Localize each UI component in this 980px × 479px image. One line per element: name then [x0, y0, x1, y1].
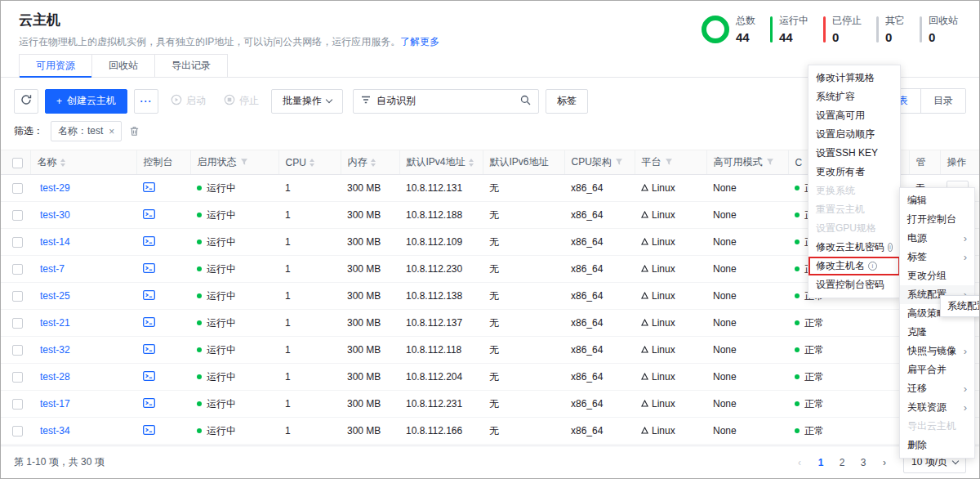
vm-name-link[interactable]: test-34 [40, 425, 70, 436]
filter-funnel-icon[interactable] [766, 157, 774, 168]
submenu-item[interactable]: 设置启动顺序 [808, 125, 900, 144]
row-menu-item[interactable]: 克隆 [900, 323, 974, 342]
console-icon[interactable] [143, 210, 155, 222]
row-menu-item[interactable]: 关联资源› [900, 398, 974, 417]
console-icon[interactable] [143, 183, 155, 195]
filter-funnel-icon[interactable] [615, 157, 623, 168]
col-arch[interactable]: CPU架构 [572, 155, 612, 169]
status-dot [197, 428, 202, 433]
console-icon[interactable] [143, 399, 155, 410]
row-menu-item[interactable]: 标签› [900, 248, 974, 266]
console-icon[interactable] [143, 372, 155, 383]
col-platform[interactable]: 平台 [642, 155, 662, 169]
arch-value: x86_64 [564, 283, 635, 310]
row-checkbox[interactable] [12, 183, 23, 194]
col-ha-mode[interactable]: 高可用模式 [714, 155, 763, 169]
row-checkbox[interactable] [12, 264, 23, 275]
vm-name-link[interactable]: test-30 [40, 209, 70, 221]
console-icon[interactable] [143, 318, 155, 329]
page-prev-button[interactable]: ‹ [791, 453, 808, 472]
row-menu-item[interactable]: 删除 [900, 436, 974, 454]
select-all-checkbox[interactable] [12, 158, 23, 168]
vm-name-link[interactable]: test-21 [40, 317, 70, 329]
vm-name-link[interactable]: test-7 [40, 263, 65, 275]
page-2-button[interactable]: 2 [833, 453, 851, 472]
row-menu-item[interactable]: 编辑 [900, 191, 974, 210]
status-text: 运行中 [207, 236, 236, 248]
batch-actions-button[interactable]: 批量操作 [271, 89, 343, 114]
row-menu-item[interactable]: 更改分组 [900, 266, 974, 285]
row-checkbox[interactable] [12, 210, 23, 221]
ipv4-value: 10.8.112.138 [399, 283, 483, 310]
row-checkbox[interactable] [12, 372, 23, 383]
row-checkbox[interactable] [12, 345, 23, 356]
filter-tag-close-icon[interactable]: × [109, 126, 114, 137]
filter-funnel-icon[interactable] [240, 157, 248, 168]
vm-name-link[interactable]: test-29 [40, 182, 70, 194]
arch-value: x86_64 [564, 202, 635, 229]
search-mode-label[interactable]: 自动识别 [376, 94, 416, 108]
page-next-button[interactable]: › [875, 453, 893, 472]
console-icon[interactable] [143, 291, 155, 302]
submenu-item[interactable]: 修改计算规格 [808, 69, 900, 87]
row-menu-item[interactable]: 电源› [900, 229, 974, 248]
learn-more-link[interactable]: 了解更多 [400, 36, 439, 47]
row-checkbox[interactable] [12, 318, 23, 329]
stop-button[interactable]: 停止 [218, 94, 265, 108]
search-icon[interactable] [520, 95, 531, 108]
vm-name-link[interactable]: test-17 [40, 398, 70, 410]
health-value: 正常 [804, 371, 824, 383]
tab-recycle-bin[interactable]: 回收站 [92, 54, 155, 77]
console-icon[interactable] [143, 237, 155, 248]
vm-name-link[interactable]: test-28 [40, 371, 70, 383]
tag-button[interactable]: 标签 [546, 89, 588, 114]
col-status[interactable]: 启用状态 [198, 155, 237, 169]
search-input[interactable]: 自动识别 [353, 89, 539, 114]
console-icon[interactable] [143, 426, 155, 437]
view-catalog-button[interactable]: 目录 [920, 89, 965, 113]
submenu-item[interactable]: 设置SSH KEY [808, 144, 900, 163]
row-menu-item[interactable]: 扁平合并 [900, 360, 974, 379]
col-ipv4[interactable]: 默认IPv4地址 [407, 155, 466, 169]
col-name[interactable]: 名称 [38, 155, 57, 169]
col-memory[interactable]: 内存 [348, 155, 368, 169]
create-vm-button[interactable]: + 创建云主机 [45, 89, 127, 114]
row-checkbox[interactable] [12, 291, 23, 302]
submenu-item[interactable]: 设置控制台密码 [808, 275, 900, 294]
vm-name-link[interactable]: test-32 [40, 344, 70, 356]
row-checkbox[interactable] [12, 399, 23, 410]
submenu-arrow-icon: › [964, 402, 967, 413]
sort-icon[interactable] [469, 159, 474, 167]
memory-value: 300 MB [341, 418, 399, 445]
filter-funnel-icon[interactable] [665, 157, 673, 168]
col-cpu[interactable]: CPU [286, 157, 306, 168]
start-button[interactable]: 启动 [165, 94, 212, 108]
submenu-item-change-vm-password[interactable]: 修改云主机密码i [808, 238, 900, 257]
filter-tag[interactable]: 名称：test × [51, 121, 122, 141]
refresh-button[interactable] [14, 89, 38, 114]
row-menu-item[interactable]: 打开控制台 [900, 210, 974, 229]
console-icon[interactable] [143, 264, 155, 275]
row-checkbox[interactable] [12, 237, 23, 248]
clear-filter-icon[interactable] [129, 126, 140, 137]
other-bar [876, 16, 879, 43]
sort-icon[interactable] [60, 159, 65, 167]
row-menu-item[interactable]: 快照与镜像› [900, 342, 974, 360]
submenu-item[interactable]: 系统扩容 [808, 87, 900, 106]
page-3-button[interactable]: 3 [854, 453, 872, 472]
tab-available-resources[interactable]: 可用资源 [19, 54, 92, 77]
console-icon[interactable] [143, 345, 155, 356]
submenu-item[interactable]: 设置高可用 [808, 106, 900, 125]
tab-export-records[interactable]: 导出记录 [155, 54, 228, 77]
vm-name-link[interactable]: test-25 [40, 290, 70, 302]
row-checkbox[interactable] [12, 426, 23, 436]
page-1-button[interactable]: 1 [812, 453, 830, 472]
sort-icon[interactable] [310, 159, 314, 167]
submenu-item-rename-host[interactable]: 修改主机名i [808, 257, 900, 275]
sort-icon[interactable] [371, 159, 376, 167]
row-menu-item[interactable]: 迁移› [900, 379, 974, 398]
more-actions-button[interactable]: ··· [134, 89, 158, 114]
stat-recycled: 回收站 0 [920, 14, 958, 44]
submenu-item[interactable]: 更改所有者 [808, 163, 900, 181]
vm-name-link[interactable]: test-14 [40, 236, 70, 248]
